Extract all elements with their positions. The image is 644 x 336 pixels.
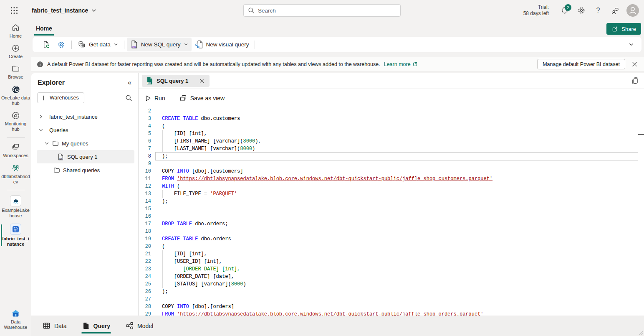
code-lines: 23CREATE TABLE dbo.customers4(5 [ID] [in…: [139, 107, 644, 316]
nav-item-examplelakehouse[interactable]: ExampleLakehouse: [0, 193, 31, 221]
tree-item-queries[interactable]: Queries: [31, 123, 138, 137]
code-line[interactable]: 27: [139, 295, 644, 303]
get-data-label: Get data: [89, 41, 111, 48]
code-line[interactable]: 21 [ID] [int],: [139, 250, 644, 258]
code-line[interactable]: 11FROM 'https://dbtlabsynapsedatalake.bl…: [139, 175, 644, 183]
code-line[interactable]: 16: [139, 213, 644, 220]
code-line[interactable]: 5 [ID] [int],: [139, 130, 644, 137]
tab-data[interactable]: Data: [42, 316, 68, 336]
code-line[interactable]: 15: [139, 205, 644, 213]
nav-workspaces[interactable]: Workspaces: [0, 140, 31, 161]
tab-home[interactable]: Home: [34, 22, 54, 36]
code-line[interactable]: 29FROM 'https://dbtlabsynapsedatalake.bl…: [139, 311, 644, 316]
account-avatar[interactable]: [626, 4, 639, 17]
data-grid-icon: [43, 322, 51, 330]
chevron-right-icon[interactable]: [38, 115, 43, 119]
toolbar-divider: [255, 41, 255, 49]
copy-icon[interactable]: [631, 77, 639, 85]
overview-ruler-cursor-mark: [638, 134, 644, 135]
tab-model[interactable]: Model: [125, 316, 154, 336]
tab-query[interactable]: Query: [81, 316, 111, 336]
new-sql-query-button[interactable]: SQL New SQL query: [127, 38, 192, 51]
nav-home[interactable]: Home: [0, 21, 31, 41]
get-data-button[interactable]: Get data: [74, 38, 121, 51]
code-line[interactable]: 24 [ORDER_DATE] [date],: [139, 273, 644, 280]
tree-item-root[interactable]: fabric_test_instance: [31, 110, 138, 123]
chevron-down-icon[interactable]: [44, 141, 49, 145]
code-line[interactable]: 22 [USER_ID] [int],: [139, 258, 644, 265]
nav-workspace-dbtlabsfabricdev[interactable]: dbtlabsfabricdev: [0, 161, 31, 187]
workspace-title-dropdown[interactable]: fabric_test_instance: [32, 7, 96, 14]
share-button[interactable]: Share: [606, 23, 641, 35]
new-visual-query-button[interactable]: New visual query: [192, 38, 253, 51]
code-line[interactable]: 9: [139, 160, 644, 168]
tree-item-shared-queries[interactable]: Shared queries: [31, 163, 138, 177]
code-line[interactable]: 28COPY INTO [dbo].[orders]: [139, 303, 644, 311]
tree-item-my-queries[interactable]: My queries: [31, 137, 138, 150]
code-line[interactable]: 20(: [139, 243, 644, 250]
tab-close-icon[interactable]: [198, 77, 205, 84]
nav-data-warehouse[interactable]: Data Warehouse: [0, 306, 31, 333]
help-button[interactable]: ?: [590, 2, 606, 19]
nav-onelake-data-hub[interactable]: OneLake data hub: [0, 82, 31, 109]
banner-close-icon[interactable]: [629, 59, 640, 70]
code-line[interactable]: 25 [STATUS] [varchar](8000): [139, 280, 644, 288]
code-line[interactable]: 14);: [139, 198, 644, 205]
sql-code-editor[interactable]: 23CREATE TABLE dbo.customers4(5 [ID] [in…: [139, 107, 644, 316]
refresh-semantic-model-button[interactable]: [38, 38, 54, 51]
code-line[interactable]: 18: [139, 228, 644, 235]
overview-ruler[interactable]: [638, 107, 638, 316]
chevron-down-icon: [91, 8, 96, 13]
code-line[interactable]: 3CREATE TABLE dbo.customers: [139, 115, 644, 122]
manage-default-dataset-button[interactable]: Manage default Power BI dataset: [537, 59, 625, 69]
notifications-button[interactable]: 2: [556, 2, 573, 19]
main-area: Home Share Get data: [31, 21, 644, 336]
nav-instance-label: fabric_test_instance: [1, 236, 30, 247]
search-input[interactable]: [258, 8, 396, 14]
nav-item-fabric-test-instance[interactable]: fabric_test_instance: [0, 221, 31, 249]
code-line[interactable]: 13 FILE_TYPE = 'PARQUET': [139, 190, 644, 198]
collapse-ribbon-chevron[interactable]: [625, 40, 637, 49]
run-button[interactable]: Run: [144, 95, 165, 102]
learn-more-link[interactable]: Learn more: [384, 61, 418, 67]
svg-text:SQL: SQL: [148, 82, 152, 84]
tree-item-sql-query-1[interactable]: SQL SQL query 1: [37, 150, 134, 163]
code-line[interactable]: 19CREATE TABLE dbo.orders: [139, 235, 644, 243]
code-line[interactable]: 10COPY INTO [dbo].[customers]: [139, 168, 644, 175]
notification-badge: 2: [565, 4, 571, 11]
add-warehouses-button[interactable]: Warehouses: [37, 92, 84, 103]
code-line[interactable]: 26);: [139, 288, 644, 295]
code-line[interactable]: 17DROP TABLE dbo.orders;: [139, 220, 644, 228]
nav-data-warehouse-label: Data Warehouse: [1, 319, 30, 330]
global-search[interactable]: [243, 4, 401, 17]
nav-create[interactable]: Create: [0, 41, 31, 62]
feedback-button[interactable]: [606, 2, 623, 19]
database-icon: [78, 41, 86, 49]
nav-monitoring-hub[interactable]: Monitoring hub: [0, 109, 31, 135]
settings-button[interactable]: [573, 2, 590, 19]
menu-tab-row: Home Share: [31, 21, 644, 37]
folder-icon: [53, 167, 60, 173]
nav-browse[interactable]: Browse: [0, 62, 31, 82]
chevron-down-icon[interactable]: [38, 128, 43, 132]
settings-gear-button[interactable]: [54, 38, 69, 51]
code-line[interactable]: 23 -- [ORDER_DATE] [int],: [139, 265, 644, 273]
folder-icon: [11, 64, 20, 73]
collapse-panel-icon[interactable]: «: [128, 79, 131, 87]
code-line[interactable]: 7 [LAST_NAME] [varchar](8000): [139, 145, 644, 153]
code-line[interactable]: 12WITH (: [139, 183, 644, 190]
trial-status: Trial: 58 days left: [523, 4, 549, 17]
code-line[interactable]: 2: [139, 107, 644, 115]
svg-text:SQL: SQL: [131, 46, 136, 48]
code-line[interactable]: 4(: [139, 122, 644, 130]
code-line[interactable]: 8);: [139, 153, 644, 160]
tab-sql-query-1[interactable]: SQL SQL query 1: [142, 75, 210, 87]
tree-shared-queries-label: Shared queries: [63, 167, 100, 173]
explorer-search-icon[interactable]: [125, 94, 132, 102]
tab-model-label: Model: [137, 323, 153, 329]
nav-divider: [7, 190, 25, 190]
resize-grip[interactable]: [638, 330, 643, 335]
save-as-view-button[interactable]: Save as view: [179, 94, 225, 102]
code-line[interactable]: 6 [FIRST_NAME] [varchar](8000),: [139, 137, 644, 145]
app-launcher-icon[interactable]: [6, 2, 23, 19]
